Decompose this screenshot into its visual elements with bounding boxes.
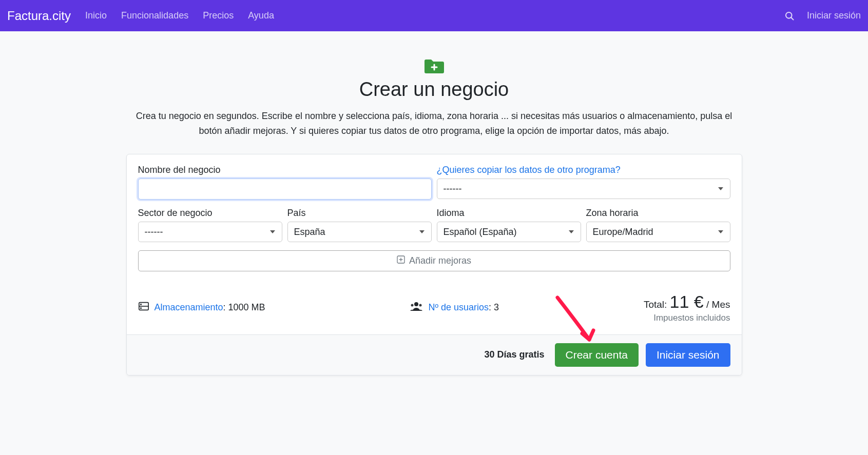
total-period: / Mes: [704, 299, 730, 310]
svg-point-11: [414, 302, 418, 306]
login-button[interactable]: Iniciar sesión: [646, 343, 730, 367]
svg-line-1: [791, 17, 793, 19]
create-account-button[interactable]: Crear cuenta: [555, 343, 639, 367]
nav-ayuda[interactable]: Ayuda: [248, 10, 274, 21]
search-icon[interactable]: [784, 11, 795, 21]
plus-square-icon: [397, 255, 405, 266]
copy-data-label[interactable]: ¿Quieres copiar los datos de otro progra…: [437, 165, 730, 175]
navbar: Factura.city Inicio Funcionalidades Prec…: [0, 0, 868, 31]
nav-inicio[interactable]: Inicio: [85, 10, 107, 21]
brand-link[interactable]: Factura.city: [7, 9, 71, 23]
folder-plus-icon: [126, 57, 742, 74]
sector-label: Sector de negocio: [138, 208, 282, 219]
business-name-label: Nombre del negocio: [138, 165, 432, 175]
page-subtitle: Crea tu negocio en segundos. Escribe el …: [126, 109, 742, 139]
nav-login[interactable]: Iniciar sesión: [807, 10, 861, 21]
svg-point-13: [419, 304, 422, 306]
total-label: Total:: [644, 299, 670, 310]
add-improvements-button[interactable]: Añadir mejoras: [138, 250, 730, 271]
timezone-select[interactable]: Europe/Madrid: [586, 222, 730, 242]
storage-value: : 1000 MB: [223, 302, 265, 312]
language-select[interactable]: Español (España): [437, 222, 581, 242]
storage-link[interactable]: Almacenamiento: [155, 302, 223, 312]
total-amount: 11 €: [670, 292, 704, 311]
nav-precios[interactable]: Precios: [203, 10, 234, 21]
country-label: País: [287, 208, 432, 219]
users-icon: [410, 301, 423, 314]
country-select[interactable]: España: [287, 222, 432, 242]
storage-icon: [138, 301, 149, 314]
trial-text: 30 Días gratis: [484, 349, 544, 360]
page-title: Crear un negocio: [126, 78, 742, 101]
timezone-label: Zona horaria: [586, 208, 730, 219]
business-name-input[interactable]: [138, 179, 432, 200]
copy-data-select[interactable]: ------: [437, 179, 730, 199]
users-value: : 3: [489, 302, 499, 312]
users-link[interactable]: Nº de usuarios: [428, 302, 489, 312]
svg-point-10: [140, 308, 141, 308]
language-label: Idioma: [437, 208, 581, 219]
tax-note: Impuestos incluidos: [644, 313, 730, 323]
svg-point-9: [140, 304, 141, 304]
create-business-card: Nombre del negocio ¿Quieres copiar los d…: [126, 154, 742, 375]
add-improvements-label: Añadir mejoras: [409, 255, 471, 266]
nav-funcionalidades[interactable]: Funcionalidades: [121, 10, 188, 21]
sector-select[interactable]: ------: [138, 222, 282, 242]
svg-point-12: [411, 304, 414, 306]
